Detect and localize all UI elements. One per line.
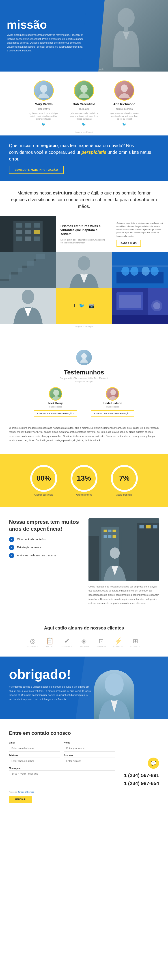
cta-button[interactable]: CONSULTE MAIS INFORMAÇÃO [9,166,64,174]
logo-icon-1: ◎ [30,637,35,645]
logo-icon-3: ✔ [64,637,69,645]
structure-right-text: Quia auto marc dolat in tristique ante i… [117,221,163,238]
subject-input[interactable] [64,757,115,764]
client-logo-6: ⚡ COMPANY [113,637,124,648]
team-member-1: Mary Brown líder criativa Quia auto marc… [28,81,59,127]
stat-value-2: 13% [77,474,91,482]
avatar-ann [114,81,134,100]
testimonials-avatar-img [78,352,90,363]
testimonials-people: Nick Perry Título do cargo CONSULTE MAIS… [9,387,159,417]
company-heading: Nossa empresa tem muitos anos de experiê… [9,519,80,532]
chat-icon-circle[interactable]: 💬 [148,757,159,769]
check-icon-1: ✓ [9,537,14,542]
svg-rect-12 [34,230,40,234]
twitter-social-icon[interactable]: 🐦 [79,303,85,309]
client-logo-4: ◈ COMPANY [79,637,90,648]
phone-number-2[interactable]: 1 (234) 987-654 [124,780,159,787]
avatar-mary [34,81,54,100]
stat-circle-3: 7% [111,465,138,492]
grid-text-box: Criamos estruturas vivas e vibrantes que… [56,216,112,252]
grid-building-image [0,216,56,252]
testimonial-name-1: Nick Perry [48,401,63,405]
name-input[interactable] [64,745,115,751]
thankyou-section: obrigado! Viverdamus egetus e ultrices s… [0,657,168,719]
svg-point-37 [53,390,59,396]
logo-icon-2: 📋 [46,637,54,645]
grid-box-text: Lorem ipsum dolor sit amet consectetur a… [61,239,107,245]
svg-point-35 [153,302,160,309]
clients-section: Aqui estão alguns de nossos clientes ◎ C… [0,617,168,657]
stat-1: 80% Clientes satisfeitos [30,465,57,496]
twitter-icon-2[interactable]: 🐦 [82,122,86,127]
message-textarea[interactable] [9,770,115,788]
team-member-2: Bob Greenfield Quia auto Quia auto marc … [68,81,100,127]
terms-link[interactable]: Termos of Service [18,791,34,793]
svg-rect-51 [146,525,151,528]
instagram-icon[interactable]: 📷 [88,303,94,309]
twitter-icon-1[interactable]: 🐦 [42,122,46,127]
form-group-name: Nome [64,741,115,751]
svg-rect-43 [137,523,159,581]
avatar-bob [74,81,94,100]
svg-point-28 [22,290,34,304]
feature-text-3: Anúncios melhores que o normal [17,554,56,557]
logo-label-6: COMPANY [113,646,124,648]
stat-label-2: Apoio financeiro [76,493,92,496]
thankyou-text: Viverdamus egetus e ultrices sapien elem… [9,685,91,702]
svg-rect-13 [16,237,22,241]
check-icon-3: ✓ [9,553,14,558]
form-row-1: Email Nome [9,741,115,751]
submit-button[interactable]: ENVIAR [9,796,32,803]
avatar-img-2 [75,81,93,99]
testimonials-section: Testemunhos Simpla edit. Click to select… [0,339,168,454]
grid-yellow-social: f 🐦 📷 [56,288,112,324]
clients-heading: Aqui estão alguns de nossos clientes [9,625,159,631]
testimonial-btn-1[interactable]: CONSULTE MAIS INFORMAÇÃO [34,410,77,417]
svg-rect-10 [16,230,22,234]
testimonials-avatar [76,350,92,365]
grid-stairs-image [0,252,56,288]
testimonial-avatar-1 [49,387,62,401]
svg-rect-47 [104,535,107,538]
logo-label-4: COMPANY [79,646,90,648]
svg-point-23 [122,267,130,275]
structure-heading: Mantemos nossa estrutura aberta e ágil, … [0,189,168,216]
svg-point-38 [110,390,116,395]
contact-section: Entre em contato conosco Email Nome Tele… [0,719,168,814]
logo-label-1: COMPANY [27,646,38,648]
cta-text: Quer iniciar um negócio, mas tem experiê… [9,142,159,162]
member3-role: gerente de mídia [116,108,133,110]
hero-title: missão [7,19,86,30]
team-members-row: Mary Brown líder criativa Quia auto marc… [0,72,168,131]
phone-input[interactable] [9,757,60,764]
facebook-icon[interactable]: f [74,303,75,309]
feature-text-1: Otimização de conteúdo [17,538,46,541]
company-right-text: Como resultado de nossa filosofia de ser… [88,585,159,605]
client-logo-5: ⊡ COMPANY [96,637,106,648]
svg-rect-11 [25,230,31,234]
form-group-phone: Telefone [9,754,60,764]
client-logo-1: ◎ COMPANY [27,637,38,648]
avatar-img-1 [35,81,53,99]
member1-role: líder criativa [38,108,50,110]
stat-label-3: Apoio financeiro [116,493,133,496]
email-input[interactable] [9,745,60,751]
testimonial-btn-2[interactable]: CONSULTE MAIS INFORMAÇÃO [91,410,134,417]
svg-rect-48 [108,535,112,538]
contact-form: Email Nome Telefone Assunto [9,741,115,803]
clients-logos: ◎ COMPANY 📋 CONTACT ✔ COMPANY ◈ COMPANY … [9,637,159,648]
svg-rect-50 [139,525,144,528]
structure-img-label: Imagem por Freepik [0,324,168,329]
saiba-mais-button[interactable]: SABER MAIS [117,240,141,247]
structure-section: Mantemos nossa estrutura aberta e ágil, … [0,181,168,339]
phone-number-1[interactable]: 1 (234) 567-891 [124,772,159,779]
testimonial-person-2: Linda Hudson Título do cargo CONSULTE MA… [91,387,134,417]
grid-meeting-image [112,252,168,288]
twitter-icon-3[interactable]: 🐦 [122,122,126,127]
testimonial-person-1: Nick Perry Título do cargo CONSULTE MAIS… [34,387,77,417]
logo-label-7: CONTACT [130,646,141,648]
svg-rect-32 [119,294,141,308]
contact-info: 💬 1 (234) 567-891 1 (234) 987-654 [124,741,159,803]
testimonials-title: Testemunhos [9,369,159,376]
client-logo-3: ✔ COMPANY [62,637,72,648]
